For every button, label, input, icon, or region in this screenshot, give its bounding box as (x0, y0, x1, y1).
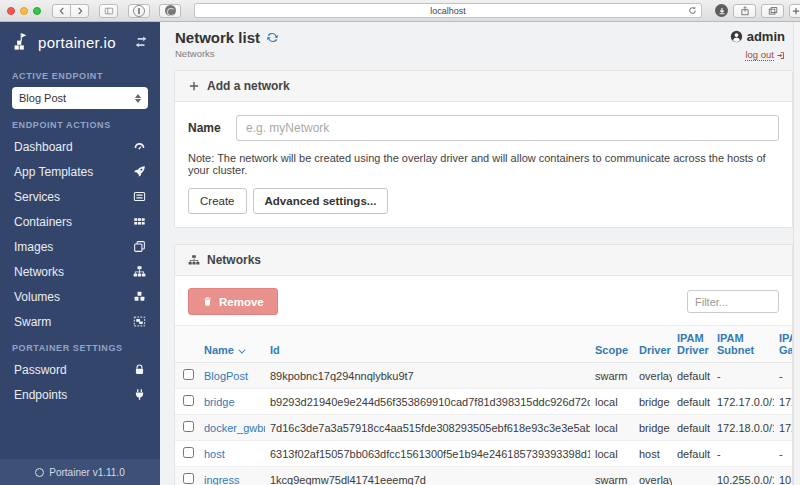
share-button[interactable] (733, 4, 756, 18)
network-ipam-subnet: - (712, 441, 774, 467)
trash-icon (202, 296, 213, 307)
scroll-gutter[interactable] (793, 22, 800, 485)
sidebar-item-swarm[interactable]: Swarm (0, 309, 160, 334)
close-window-button[interactable] (7, 7, 15, 15)
back-button[interactable] (52, 4, 71, 18)
sidebar-item-label: App Templates (14, 165, 93, 179)
sitemap-icon (133, 265, 146, 278)
sign-out-icon (776, 51, 785, 60)
plus-icon (188, 80, 200, 92)
network-scope: local (590, 415, 634, 441)
plus-icon (791, 6, 800, 16)
sidebar-item-label: Dashboard (14, 140, 73, 154)
network-ipam-gateway: 172.1 (774, 415, 792, 441)
sidebar-item-label: Password (14, 363, 67, 377)
extension-icon (165, 5, 176, 16)
endpoint-select[interactable]: Blog Post (12, 87, 148, 109)
column-header-ipam-driver[interactable]: IPAM Driver (672, 326, 712, 363)
new-tab-button[interactable] (789, 4, 800, 18)
sidebar-item-volumes[interactable]: Volumes (0, 284, 160, 309)
network-id: b9293d21940e9e244d56f353869910cad7f81d39… (265, 389, 590, 415)
sidebar-item-dashboard[interactable]: Dashboard (0, 134, 160, 159)
row-checkbox[interactable] (183, 447, 194, 458)
network-driver: bridge (634, 389, 672, 415)
network-name-link[interactable]: BlogPost (204, 370, 248, 382)
advanced-settings-button[interactable]: Advanced settings... (253, 188, 389, 214)
network-ipam-driver: default (672, 389, 712, 415)
plug-icon (133, 388, 146, 401)
sidebar-item-label: Endpoints (14, 388, 67, 402)
table-row: bridge b9293d21940e9e244d56f353869910cad… (175, 389, 792, 415)
sidebar-item-services[interactable]: Services (0, 184, 160, 209)
network-scope: local (590, 441, 634, 467)
main-content: Network list Networks admin log out (160, 22, 800, 485)
network-ipam-driver: default (672, 441, 712, 467)
extension-1password-button[interactable] (128, 4, 150, 18)
minimize-window-button[interactable] (20, 7, 28, 15)
name-field-label: Name (188, 121, 222, 135)
download-icon (718, 7, 726, 15)
refresh-icon[interactable] (266, 31, 279, 44)
sort-caret-icon (238, 347, 245, 354)
object-group-icon (133, 315, 146, 328)
row-checkbox[interactable] (183, 369, 194, 380)
sidebar-item-app-templates[interactable]: App Templates (0, 159, 160, 184)
clone-icon (133, 240, 146, 253)
remove-button[interactable]: Remove (188, 288, 278, 315)
zoom-window-button[interactable] (33, 7, 41, 15)
networks-panel-title: Networks (207, 253, 261, 267)
sidebar-item-label: Containers (14, 215, 72, 229)
sidebar-logo[interactable]: portainer.io (0, 22, 160, 62)
network-name-link[interactable]: host (204, 448, 225, 460)
network-name-link[interactable]: bridge (204, 396, 235, 408)
network-id: 6313f02af15057bb063dfcc1561300f5e1b94e24… (265, 441, 590, 467)
active-endpoint-label: ACTIVE ENDPOINT (0, 62, 160, 85)
row-checkbox[interactable] (183, 421, 194, 432)
network-id: 1kcq9eqmw75dl41741eeemq7d (265, 467, 590, 485)
sidebar-item-endpoints[interactable]: Endpoints (0, 382, 160, 407)
table-filter-input[interactable] (687, 290, 779, 313)
sidebar-item-label: Volumes (14, 290, 60, 304)
logo-text: portainer.io (38, 34, 128, 51)
create-button[interactable]: Create (188, 188, 247, 214)
sidebar-item-password[interactable]: Password (0, 357, 160, 382)
downloads-button[interactable] (715, 4, 728, 17)
row-checkbox[interactable] (183, 473, 194, 484)
network-name-link[interactable]: docker_gwbridge (204, 422, 265, 434)
url-bar[interactable]: localhost (194, 3, 702, 18)
tab-overview-button[interactable] (761, 4, 784, 18)
reload-icon[interactable] (688, 6, 697, 15)
user-circle-icon (730, 30, 743, 43)
network-name-input[interactable] (236, 115, 779, 141)
column-header-scope[interactable]: Scope (590, 326, 634, 363)
column-header-name[interactable]: Name (199, 326, 265, 363)
network-ipam-gateway: 10.25 (774, 467, 792, 485)
sidebar-toggle-button[interactable] (99, 4, 118, 18)
sidebar-item-images[interactable]: Images (0, 234, 160, 259)
extension-grammarly-button[interactable] (159, 4, 181, 18)
table-row: docker_gwbridge 7d16c3de7a3a57918cc4aa51… (175, 415, 792, 441)
networks-panel: Networks Remove Name Id (174, 244, 793, 485)
network-name-link[interactable]: ingress (204, 474, 239, 485)
add-network-header[interactable]: Add a network (175, 71, 792, 102)
sidebar: portainer.io ACTIVE ENDPOINT Blog Post E… (0, 22, 160, 485)
forward-button[interactable] (70, 4, 89, 18)
sidebar-item-networks[interactable]: Networks (0, 259, 160, 284)
row-checkbox[interactable] (183, 395, 194, 406)
network-ipam-driver: default (672, 415, 712, 441)
networks-panel-header: Networks (175, 245, 792, 276)
column-header-id[interactable]: Id (265, 326, 590, 363)
browser-toolbar: localhost (0, 0, 800, 22)
column-header-ipam-subnet[interactable]: IPAM Subnet (712, 326, 774, 363)
logout-link[interactable]: log out (745, 49, 785, 61)
column-header-driver[interactable]: Driver (634, 326, 672, 363)
table-row: ingress 1kcq9eqmw75dl41741eeemq7d swarm … (175, 467, 792, 485)
exchange-icon[interactable] (134, 35, 148, 49)
column-header-ipam-gateway[interactable]: IPAM Gateway (774, 326, 792, 363)
sidebar-item-label: Services (14, 190, 60, 204)
sidebar-item-containers[interactable]: Containers (0, 209, 160, 234)
select-caret-icon (135, 94, 141, 103)
version-text: Portainer v1.11.0 (49, 467, 124, 478)
url-text: localhost (430, 6, 466, 16)
portainer-mini-logo-icon (35, 468, 44, 477)
